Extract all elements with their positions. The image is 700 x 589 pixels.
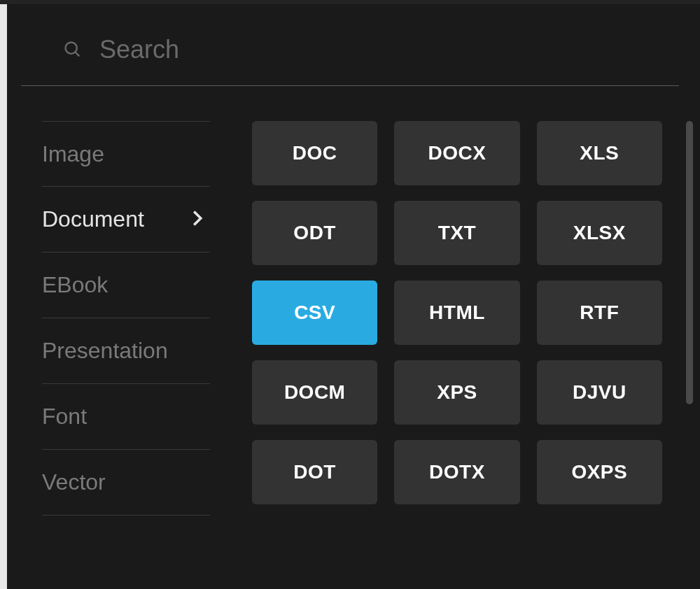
category-sidebar: Image Document EBook Presentation Font V… (0, 121, 224, 589)
search-input[interactable] (99, 35, 637, 64)
search-icon (63, 40, 83, 59)
format-button-xls[interactable]: XLS (537, 121, 662, 185)
format-button-xlsx[interactable]: XLSX (537, 201, 662, 265)
window-top-edge (0, 0, 700, 4)
format-button-docm[interactable]: DOCM (252, 360, 377, 425)
format-button-rtf[interactable]: RTF (537, 281, 662, 345)
format-button-html[interactable]: HTML (394, 281, 519, 345)
sidebar-item-label: Font (42, 404, 87, 430)
window-left-edge (0, 0, 7, 589)
format-button-doc[interactable]: DOC (252, 121, 377, 185)
main-area: Image Document EBook Presentation Font V… (0, 86, 700, 589)
sidebar-item-image[interactable]: Image (42, 121, 210, 187)
sidebar-item-label: Presentation (42, 338, 168, 364)
sidebar-item-vector[interactable]: Vector (42, 450, 210, 516)
format-grid: DOC DOCX XLS ODT TXT XLSX CSV HTML RTF D… (252, 121, 679, 504)
svg-line-1 (76, 52, 80, 57)
sidebar-item-label: Image (42, 141, 104, 167)
chevron-right-icon (192, 206, 203, 232)
formats-panel: DOC DOCX XLS ODT TXT XLSX CSV HTML RTF D… (224, 121, 700, 589)
formats-scrollbar[interactable] (686, 121, 693, 404)
sidebar-item-document[interactable]: Document (42, 187, 210, 253)
format-button-xps[interactable]: XPS (394, 360, 519, 425)
sidebar-item-label: Vector (42, 469, 106, 495)
format-button-dot[interactable]: DOT (252, 440, 377, 504)
format-button-docx[interactable]: DOCX (394, 121, 519, 185)
format-picker-dialog: Image Document EBook Presentation Font V… (0, 0, 700, 589)
format-button-oxps[interactable]: OXPS (537, 440, 662, 504)
sidebar-item-font[interactable]: Font (42, 384, 210, 450)
sidebar-item-label: Document (42, 206, 144, 232)
search-row (21, 0, 679, 86)
format-button-dotx[interactable]: DOTX (394, 440, 519, 504)
scrollbar-thumb[interactable] (686, 121, 693, 404)
format-button-csv[interactable]: CSV (252, 281, 377, 345)
sidebar-item-ebook[interactable]: EBook (42, 253, 210, 318)
sidebar-item-presentation[interactable]: Presentation (42, 318, 210, 384)
format-button-djvu[interactable]: DJVU (537, 360, 662, 425)
format-button-odt[interactable]: ODT (252, 201, 377, 265)
format-button-txt[interactable]: TXT (394, 201, 519, 265)
sidebar-item-label: EBook (42, 272, 108, 298)
svg-point-0 (66, 43, 77, 54)
